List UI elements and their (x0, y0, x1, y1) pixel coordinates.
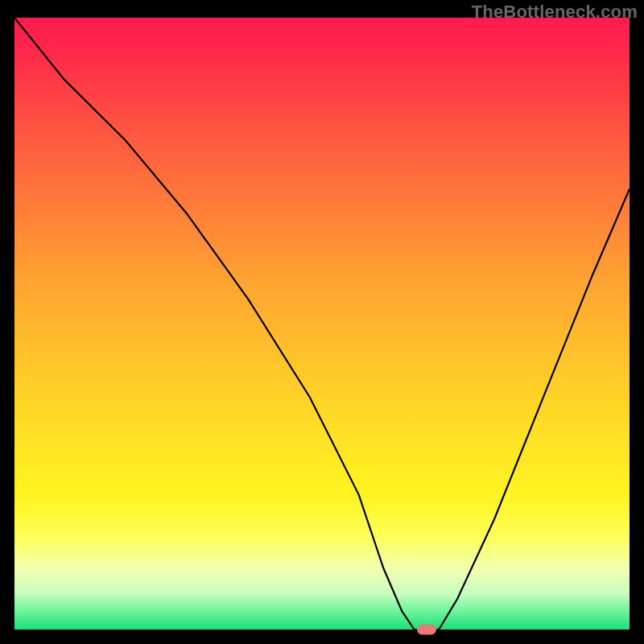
bottleneck-curve (14, 18, 630, 630)
chart-container: TheBottleneck.com (0, 0, 644, 644)
plot-area (14, 18, 630, 630)
watermark-text: TheBottleneck.com (472, 2, 638, 23)
optimal-marker (417, 625, 436, 635)
